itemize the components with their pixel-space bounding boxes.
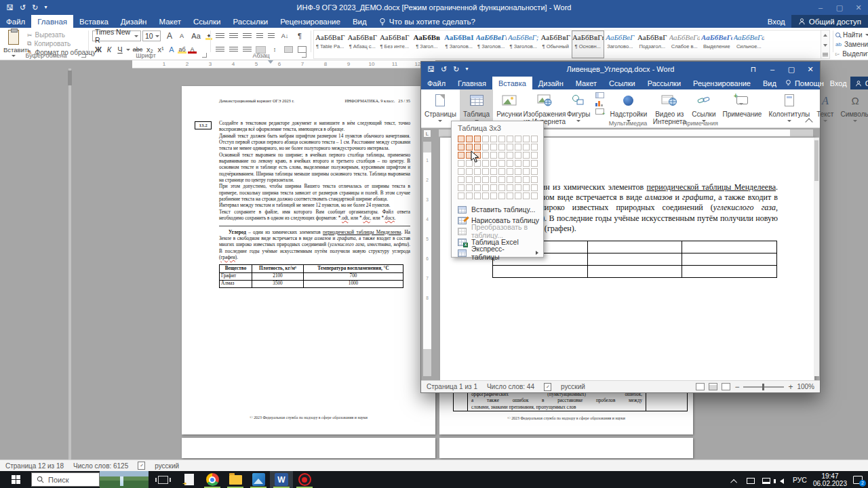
tab-home[interactable]: Главная [452, 77, 492, 89]
table-size-cell[interactable] [490, 152, 497, 159]
ribbon-options-icon[interactable]: ⊓ [744, 62, 763, 77]
table-size-cell[interactable] [507, 144, 513, 150]
table-size-cell[interactable] [531, 168, 538, 175]
grow-font-button[interactable]: А [165, 31, 174, 41]
insert-table-item[interactable]: Вставить таблицу... [452, 204, 543, 215]
pages-button[interactable]: Страницы [421, 89, 460, 122]
tab-design[interactable]: Дизайн [115, 15, 153, 28]
text-button[interactable]: AТекст [813, 89, 837, 122]
table-size-cell[interactable] [490, 168, 497, 175]
style-chip[interactable]: АаБбВвГ;¶ Заголов... [507, 30, 540, 58]
web-layout-icon[interactable] [722, 383, 730, 390]
table-size-cell[interactable] [507, 152, 513, 159]
table-size-cell[interactable] [474, 184, 481, 191]
chart-icon[interactable] [595, 100, 604, 106]
table-size-cell[interactable] [531, 144, 538, 150]
shrink-font-button[interactable]: А [177, 33, 186, 39]
table-cell[interactable] [587, 241, 682, 253]
table-size-cell[interactable] [523, 176, 530, 183]
maximize-icon[interactable]: ▢ [782, 62, 801, 77]
italic-button[interactable]: К [104, 45, 114, 54]
table-size-cell[interactable] [515, 192, 521, 199]
table-size-cell[interactable] [474, 136, 481, 142]
share-button[interactable]: Общий доступ [850, 77, 868, 89]
table-size-cell[interactable] [458, 152, 465, 159]
header-footer-button[interactable]: Колонтитулы [765, 89, 813, 122]
style-chip[interactable]: АаБбВвГ¶ Без инте... [378, 30, 411, 58]
tab-file[interactable]: Файл [421, 77, 452, 89]
style-chip[interactable]: АаБбВвГаСильное... [733, 30, 766, 58]
replace-button[interactable]: abЗаменить [835, 41, 868, 48]
table-size-cell[interactable] [531, 160, 538, 167]
tab-review[interactable]: Рецензирование [687, 77, 757, 89]
network-icon[interactable] [762, 476, 771, 484]
style-chip[interactable]: АаБбВвГаСлабое в... [669, 30, 701, 58]
tab-layout[interactable]: Макет [153, 15, 187, 28]
taskbar-item-recorder[interactable] [293, 471, 316, 488]
table-size-cell[interactable] [490, 184, 497, 191]
table-cell[interactable] [682, 253, 777, 266]
shading-icon[interactable] [284, 46, 293, 53]
font-color-button[interactable]: А [188, 46, 197, 54]
table-size-cell[interactable] [515, 144, 521, 150]
table-cell[interactable] [493, 266, 588, 278]
addins-button[interactable]: Надстройки [606, 89, 650, 122]
table-size-cell[interactable] [482, 184, 489, 191]
table-size-cell[interactable] [523, 192, 530, 199]
zoom-slider-thumb[interactable] [762, 384, 764, 390]
styles-gallery-scroll[interactable] [821, 30, 830, 59]
table-size-cell[interactable] [482, 192, 489, 199]
style-chip[interactable]: АаБбВвГПодзагол... [636, 30, 669, 58]
table-size-cell[interactable] [482, 160, 489, 167]
style-chip[interactable]: АаБбВвГаВыделение [701, 30, 733, 58]
table-size-cell[interactable] [507, 160, 513, 167]
table-size-cell[interactable] [482, 168, 489, 175]
zoom-slider[interactable] [743, 386, 784, 388]
tab-references[interactable]: Ссылки [187, 15, 227, 28]
save-icon[interactable]: 🖫 [6, 4, 14, 12]
left-scrollbar-thumb[interactable] [68, 70, 72, 85]
table-size-cell[interactable] [458, 184, 465, 191]
bold-button[interactable]: Ж [94, 45, 103, 54]
table-size-cell[interactable] [466, 144, 473, 150]
left-scrollbar-track[interactable] [68, 68, 71, 460]
taskbar-item-photos[interactable] [247, 471, 270, 488]
help-tab[interactable]: Помощн [783, 77, 827, 89]
table-size-cell[interactable] [474, 176, 481, 183]
table-size-cell[interactable] [523, 144, 530, 150]
table-size-cell[interactable] [507, 192, 513, 199]
taskbar-item-chrome[interactable] [201, 471, 224, 488]
scroll-down-icon[interactable] [823, 44, 827, 47]
table-size-cell[interactable] [498, 184, 505, 191]
scroll-up-icon[interactable] [823, 34, 827, 37]
taskbar-item-explorer[interactable] [224, 471, 247, 488]
table-size-cell[interactable] [482, 136, 489, 142]
table-size-cell[interactable] [482, 152, 489, 159]
undo-icon[interactable]: ↺ [441, 66, 447, 73]
taskbar-item-document[interactable] [178, 471, 201, 488]
style-chip[interactable]: АаБбВвГ¶ Table Pa... [314, 30, 347, 58]
table-size-cell[interactable] [531, 192, 538, 199]
decrease-indent-icon[interactable] [256, 33, 263, 39]
task-text[interactable]: Создайте в текстовом редакторе документ … [219, 121, 410, 288]
table-size-cell[interactable] [531, 136, 538, 142]
tab-insert[interactable]: Вставка [492, 77, 532, 89]
table-size-cell[interactable] [531, 152, 538, 159]
symbols-button[interactable]: ΩСимволы [837, 89, 868, 122]
tab-mailings[interactable]: Рассылки [227, 15, 275, 28]
proofing-icon[interactable] [544, 383, 551, 391]
table-size-cell[interactable] [490, 192, 497, 199]
table-button[interactable]: Таблица [460, 89, 493, 122]
minimize-icon[interactable]: – [763, 62, 782, 77]
tab-insert[interactable]: Вставка [73, 15, 115, 28]
start-button[interactable] [0, 471, 31, 488]
language-status[interactable]: русский [561, 383, 585, 390]
zoom-out-icon[interactable]: − [734, 382, 739, 392]
smartart-icon[interactable] [595, 92, 604, 98]
paragraph-dialog-launcher-icon[interactable] [302, 53, 307, 58]
table-size-cell[interactable] [490, 144, 497, 150]
table-cell[interactable] [682, 266, 777, 278]
print-layout-icon[interactable] [709, 383, 717, 390]
table-size-cell[interactable] [482, 176, 489, 183]
tab-design[interactable]: Дизайн [532, 77, 570, 89]
